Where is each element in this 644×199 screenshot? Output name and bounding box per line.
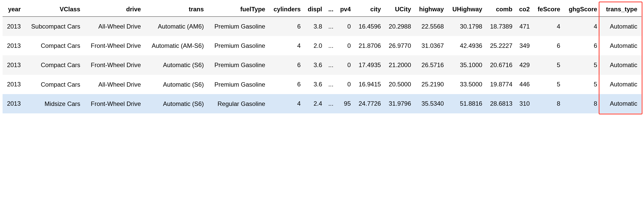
cell-fescore: 5 (532, 75, 563, 94)
cell-ghgscore: 4 (563, 17, 600, 36)
cell-city: 16.4596 (353, 17, 384, 36)
cell-drive: All-Wheel Drive (83, 17, 144, 36)
cell-uhighway: 51.8816 (446, 94, 485, 113)
col-header-ucity[interactable]: UCity (384, 3, 414, 17)
cell-fueltype: Premium Gasoline (206, 75, 268, 94)
cell-ucity: 20.2988 (384, 17, 414, 36)
cell-displ: 3.6 (303, 55, 325, 75)
cell-ucity: 20.5000 (384, 75, 414, 94)
table-body: 2013Subcompact CarsAll-Wheel DriveAutoma… (3, 17, 641, 113)
cell-fueltype: Premium Gasoline (206, 55, 268, 75)
cell-uhighway: 35.1000 (446, 55, 485, 75)
col-header-uhighway[interactable]: UHighway (446, 3, 485, 17)
cell-trans: Automatic (AM-S6) (143, 36, 206, 55)
cell-co2: 310 (515, 94, 532, 113)
cell-ucity: 21.2000 (384, 55, 414, 75)
cell-city: 24.7726 (353, 94, 384, 113)
cell-year: 2013 (3, 75, 23, 94)
cell-comb: 25.2227 (485, 36, 515, 55)
cell-ghgscore: 6 (563, 36, 600, 55)
cell-trans_type: Automatic (600, 94, 641, 113)
cell-vclass: Compact Cars (23, 36, 83, 55)
cell-pv4: 0 (336, 36, 353, 55)
cell-ellipsis: ... (325, 36, 336, 55)
cell-highway: 25.2190 (414, 75, 446, 94)
data-table: year VClass drive trans fuelType cylinde… (3, 3, 641, 113)
cell-pv4: 0 (336, 17, 353, 36)
cell-fescore: 4 (532, 17, 563, 36)
cell-co2: 446 (515, 75, 532, 94)
table-header-row: year VClass drive trans fuelType cylinde… (3, 3, 641, 17)
cell-trans: Automatic (S6) (143, 55, 206, 75)
col-header-cylinders[interactable]: cylinders (268, 3, 303, 17)
cell-city: 21.8706 (353, 36, 384, 55)
table-row[interactable]: 2013Subcompact CarsAll-Wheel DriveAutoma… (3, 17, 641, 36)
cell-co2: 349 (515, 36, 532, 55)
col-header-fueltype[interactable]: fuelType (206, 3, 268, 17)
cell-year: 2013 (3, 36, 23, 55)
cell-year: 2013 (3, 17, 23, 36)
cell-fueltype: Premium Gasoline (206, 17, 268, 36)
cell-trans_type: Automatic (600, 17, 641, 36)
data-table-wrapper: year VClass drive trans fuelType cylinde… (3, 3, 641, 113)
col-header-drive[interactable]: drive (83, 3, 144, 17)
cell-ghgscore: 5 (563, 75, 600, 94)
cell-ellipsis: ... (325, 17, 336, 36)
col-header-displ[interactable]: displ (303, 3, 325, 17)
col-header-ghgscore[interactable]: ghgScore (563, 3, 600, 17)
cell-highway: 22.5568 (414, 17, 446, 36)
table-row[interactable]: 2013Compact CarsFront-Wheel DriveAutomat… (3, 55, 641, 75)
cell-vclass: Compact Cars (23, 55, 83, 75)
cell-highway: 35.5340 (414, 94, 446, 113)
col-header-fescore[interactable]: feScore (532, 3, 563, 17)
cell-year: 2013 (3, 94, 23, 113)
cell-vclass: Midsize Cars (23, 94, 83, 113)
col-header-pv4[interactable]: pv4 (336, 3, 353, 17)
cell-ucity: 31.9796 (384, 94, 414, 113)
col-header-trans[interactable]: trans (143, 3, 206, 17)
cell-cylinders: 6 (268, 75, 303, 94)
table-row[interactable]: 2013Compact CarsFront-Wheel DriveAutomat… (3, 36, 641, 55)
cell-cylinders: 6 (268, 55, 303, 75)
col-header-co2[interactable]: co2 (515, 3, 532, 17)
cell-drive: Front-Wheel Drive (83, 94, 144, 113)
cell-drive: All-Wheel Drive (83, 75, 144, 94)
cell-trans_type: Automatic (600, 55, 641, 75)
cell-co2: 471 (515, 17, 532, 36)
cell-pv4: 0 (336, 75, 353, 94)
cell-pv4: 0 (336, 55, 353, 75)
cell-trans: Automatic (AM6) (143, 17, 206, 36)
cell-ellipsis: ... (325, 75, 336, 94)
col-header-year[interactable]: year (3, 3, 23, 17)
cell-trans_type: Automatic (600, 75, 641, 94)
cell-comb: 20.6716 (485, 55, 515, 75)
cell-city: 16.9415 (353, 75, 384, 94)
cell-uhighway: 33.5000 (446, 75, 485, 94)
col-header-city[interactable]: city (353, 3, 384, 17)
table-row[interactable]: 2013Midsize CarsFront-Wheel DriveAutomat… (3, 94, 641, 113)
cell-displ: 3.6 (303, 75, 325, 94)
cell-displ: 3.8 (303, 17, 325, 36)
col-header-comb[interactable]: comb (485, 3, 515, 17)
cell-fescore: 8 (532, 94, 563, 113)
cell-ghgscore: 5 (563, 55, 600, 75)
cell-trans_type: Automatic (600, 36, 641, 55)
cell-comb: 28.6813 (485, 94, 515, 113)
cell-vclass: Compact Cars (23, 75, 83, 94)
cell-year: 2013 (3, 55, 23, 75)
cell-trans: Automatic (S6) (143, 94, 206, 113)
table-row[interactable]: 2013Compact CarsAll-Wheel DriveAutomatic… (3, 75, 641, 94)
cell-ghgscore: 8 (563, 94, 600, 113)
cell-drive: Front-Wheel Drive (83, 36, 144, 55)
cell-city: 17.4935 (353, 55, 384, 75)
col-header-trans-type[interactable]: trans_type (600, 3, 641, 17)
col-header-highway[interactable]: highway (414, 3, 446, 17)
cell-ucity: 26.9770 (384, 36, 414, 55)
cell-comb: 19.8774 (485, 75, 515, 94)
cell-cylinders: 4 (268, 94, 303, 113)
cell-comb: 18.7389 (485, 17, 515, 36)
cell-pv4: 95 (336, 94, 353, 113)
cell-fueltype: Premium Gasoline (206, 36, 268, 55)
cell-uhighway: 30.1798 (446, 17, 485, 36)
col-header-vclass[interactable]: VClass (23, 3, 83, 17)
